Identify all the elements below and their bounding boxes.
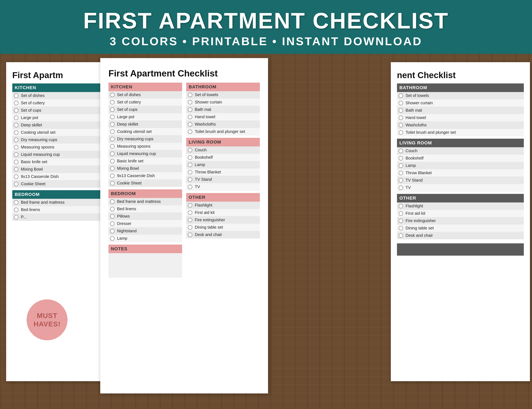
- checkbox[interactable]: [188, 218, 192, 222]
- checkbox[interactable]: [188, 225, 192, 230]
- checkbox[interactable]: [110, 214, 114, 219]
- checkbox[interactable]: [188, 122, 192, 127]
- checkbox[interactable]: [14, 130, 19, 135]
- checkbox[interactable]: [110, 166, 114, 171]
- checkbox[interactable]: [110, 130, 114, 134]
- checkbox[interactable]: [110, 151, 114, 156]
- checkbox[interactable]: [188, 130, 192, 134]
- checkbox[interactable]: [14, 175, 19, 179]
- list-item: TV: [186, 183, 260, 191]
- list-item: Dry measuring cups: [108, 135, 182, 143]
- middle-kitchen-header: KITCHEN: [108, 83, 182, 91]
- checkbox[interactable]: [399, 108, 403, 113]
- list-item: Lamp: [186, 161, 260, 168]
- middle-left-col: KITCHEN Set of dishes Set of cutlery Set…: [108, 83, 182, 280]
- checkbox[interactable]: [14, 208, 19, 212]
- content-area: First Apartm KITCHEN Set of dishes Set o…: [0, 54, 532, 409]
- checkbox[interactable]: [188, 148, 192, 152]
- checkbox[interactable]: [110, 236, 114, 241]
- checkbox[interactable]: [188, 177, 192, 182]
- checkbox[interactable]: [399, 101, 403, 105]
- checkbox[interactable]: [399, 204, 403, 208]
- checkbox[interactable]: [188, 115, 192, 119]
- checkbox[interactable]: [188, 210, 192, 215]
- checkbox[interactable]: [110, 107, 114, 112]
- checkbox[interactable]: [399, 178, 403, 183]
- list-item: Fire extinguisher: [186, 216, 260, 224]
- checkbox[interactable]: [399, 130, 403, 135]
- list-item: Toilet brush and plunger set: [397, 129, 524, 136]
- checkbox[interactable]: [188, 170, 192, 175]
- middle-bathroom-section: BATHROOM Set of towels Shower curtain Ba…: [186, 83, 260, 135]
- checkbox[interactable]: [14, 116, 19, 120]
- checkbox[interactable]: [188, 93, 192, 97]
- checkbox[interactable]: [110, 229, 114, 233]
- checkbox[interactable]: [110, 174, 114, 178]
- checkbox[interactable]: [110, 144, 114, 149]
- checkbox[interactable]: [14, 215, 19, 219]
- right-bathroom-header: BATHROOM: [397, 84, 524, 92]
- checkbox[interactable]: [188, 232, 192, 237]
- checkbox[interactable]: [188, 203, 192, 208]
- list-item: Set of towels: [397, 92, 524, 99]
- checkbox[interactable]: [399, 123, 403, 127]
- checkbox[interactable]: [110, 100, 114, 104]
- checkbox[interactable]: [14, 101, 19, 105]
- checkbox[interactable]: [399, 171, 403, 175]
- right-other-header: OTHER: [397, 194, 524, 203]
- checkbox[interactable]: [14, 138, 19, 142]
- checkbox[interactable]: [14, 200, 19, 205]
- checkbox[interactable]: [14, 123, 19, 127]
- checkbox[interactable]: [399, 226, 403, 231]
- checkbox[interactable]: [14, 93, 19, 98]
- checkbox[interactable]: [14, 160, 19, 164]
- must-haves-text: MUSTHAVES!: [34, 311, 61, 328]
- list-item: Cooking utensil set: [108, 128, 182, 135]
- list-item: Nightstand: [108, 227, 182, 235]
- list-item: 9x13 Casserole Dish: [108, 172, 182, 180]
- list-item: TV Stand: [397, 177, 524, 184]
- middle-bedroom-section: BEDROOM Bed frame and mattress Bed linen…: [108, 189, 182, 242]
- list-item: Bookshelf: [397, 155, 524, 162]
- list-item: Pillows: [108, 213, 182, 220]
- list-item: Flashlight: [186, 202, 260, 209]
- checkbox[interactable]: [399, 156, 403, 160]
- checkbox[interactable]: [188, 155, 192, 160]
- checkbox[interactable]: [110, 159, 114, 163]
- checkbox[interactable]: [110, 93, 114, 97]
- checkbox[interactable]: [399, 116, 403, 120]
- notes-area[interactable]: [108, 253, 182, 278]
- checkbox[interactable]: [188, 163, 192, 167]
- checkbox[interactable]: [399, 233, 403, 238]
- checkbox[interactable]: [110, 115, 114, 119]
- checkbox[interactable]: [188, 107, 192, 112]
- checkbox[interactable]: [399, 93, 403, 98]
- checkbox[interactable]: [399, 186, 403, 190]
- checkbox[interactable]: [14, 152, 19, 157]
- checkbox[interactable]: [110, 207, 114, 211]
- checkbox[interactable]: [188, 100, 192, 104]
- middle-kitchen-section: KITCHEN Set of dishes Set of cutlery Set…: [108, 83, 182, 187]
- checkbox[interactable]: [14, 145, 19, 149]
- header-subtitle: 3 COLORS • PRINTABLE • INSTANT DOWNLOAD: [12, 35, 520, 48]
- notes-section: NOTES: [108, 245, 182, 278]
- checkbox[interactable]: [399, 211, 403, 216]
- checkbox[interactable]: [14, 182, 19, 186]
- checkbox[interactable]: [14, 167, 19, 172]
- checkbox[interactable]: [399, 219, 403, 223]
- checkbox[interactable]: [110, 137, 114, 141]
- checkbox[interactable]: [110, 181, 114, 186]
- checkbox[interactable]: [110, 222, 114, 226]
- list-item: Dining table set: [186, 224, 260, 231]
- checkbox[interactable]: [14, 108, 19, 113]
- checkbox[interactable]: [188, 185, 192, 189]
- checkbox[interactable]: [110, 122, 114, 127]
- header: FIRST APARTMENT CHECKLIST 3 COLORS • PRI…: [0, 0, 532, 54]
- middle-bathroom-header: BATHROOM: [186, 83, 260, 91]
- checkbox[interactable]: [399, 163, 403, 168]
- checkbox[interactable]: [110, 199, 114, 204]
- list-item: Set of towels: [186, 91, 260, 99]
- checkbox[interactable]: [399, 149, 403, 153]
- list-item: Deep skillet: [108, 121, 182, 128]
- list-item: Hand towel: [186, 113, 260, 121]
